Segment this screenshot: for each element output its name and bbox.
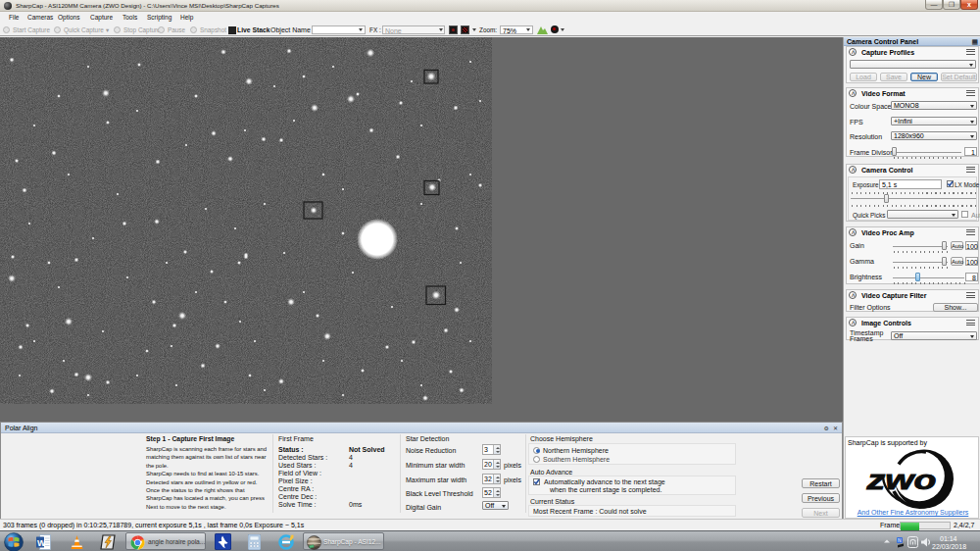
svg-text:zwo: zwo bbox=[865, 465, 936, 495]
svg-text:N: N bbox=[898, 537, 902, 543]
svg-text:W: W bbox=[37, 538, 46, 548]
